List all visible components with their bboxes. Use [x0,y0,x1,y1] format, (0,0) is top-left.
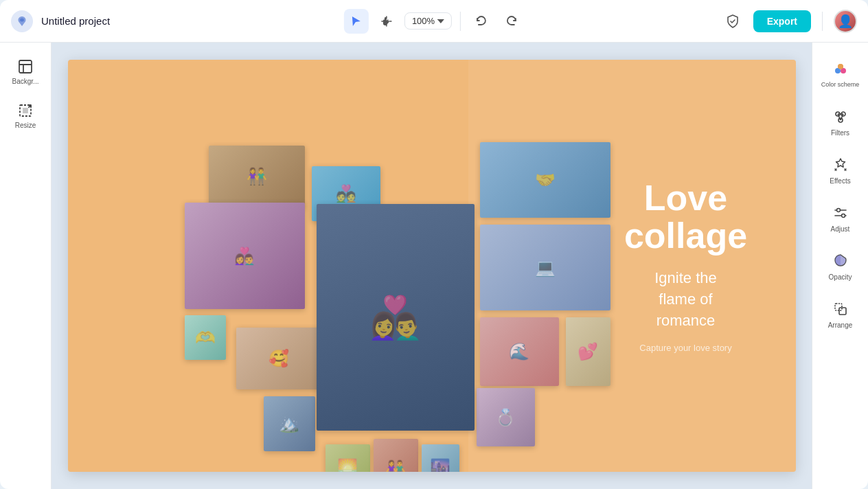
right-sidebar-label-arrange: Arrange [828,321,853,329]
canvas-title: Love collage [617,179,755,254]
svg-rect-1 [19,60,32,73]
photo-10[interactable]: 🏔️ [264,396,315,451]
photo-7[interactable]: 👩‍❤️‍👨 [185,203,305,309]
zoom-value: 100% [412,16,435,26]
topbar-right: Export 👤 [720,9,857,34]
right-sidebar-label-filters: Filters [831,129,849,137]
canvas-text: Love collage Ignite the flame of romance… [617,179,755,353]
sidebar-item-arrange[interactable]: Arrange [817,291,864,338]
svg-point-16 [841,214,845,218]
adjust-icon [832,204,849,222]
svg-point-6 [838,64,843,69]
divider [460,12,461,31]
resize-icon [17,102,34,119]
divider2 [822,12,823,31]
sidebar-item-color-scheme[interactable]: Color scheme [817,51,864,98]
shield-button[interactable] [720,9,745,34]
main-layout: Backgr... Resize 👫 💑 🤝 [0,43,868,489]
photo-8[interactable]: 🫶 [185,315,226,360]
background-icon [17,58,34,75]
sidebar-item-adjust[interactable]: Adjust [817,195,864,242]
photo-11[interactable]: 🌅 [326,444,370,472]
photo-4[interactable]: 💻 [480,225,610,310]
opacity-icon [832,252,849,270]
select-tool-button[interactable] [344,9,369,34]
photo-5[interactable]: 🌊 [480,317,559,386]
svg-rect-17 [835,304,842,310]
color-scheme-icon [832,60,849,78]
right-sidebar: Color scheme Filters Effects [812,43,868,489]
undo-button[interactable] [469,9,494,34]
photo-13[interactable]: 🌆 [422,444,459,472]
topbar-center-controls: 100% [344,9,524,34]
sidebar-item-label-background: Backgr... [12,78,39,85]
redo-button[interactable] [499,9,524,34]
left-sidebar: Backgr... Resize [0,43,52,489]
pan-tool-button[interactable] [374,9,399,34]
sidebar-item-background[interactable]: Backgr... [5,51,46,92]
svg-point-0 [20,18,24,21]
canvas-area: 👫 💑 🤝 💻 🌊 💕 👩‍❤️‍👨 🫶 [52,43,812,489]
project-title[interactable]: Untitled project [41,15,110,27]
right-sidebar-label-effects: Effects [830,177,850,185]
right-sidebar-label-opacity: Opacity [829,273,852,281]
photo-12[interactable]: 👫 [374,439,418,472]
photo-3[interactable]: 🤝 [480,142,610,218]
sidebar-item-resize[interactable]: Resize [5,95,46,136]
photo-9[interactable]: 🥰 [236,328,322,389]
zoom-control[interactable]: 100% [404,12,452,30]
photo-14[interactable]: 💍 [477,388,535,446]
sidebar-item-label-resize: Resize [15,122,36,129]
sidebar-item-effects[interactable]: Effects [817,147,864,194]
filters-icon [832,108,849,126]
effects-icon [832,156,849,174]
app-logo [11,10,33,32]
photo-1[interactable]: 👫 [209,146,305,207]
topbar: Untitled project 100% [0,0,868,43]
right-sidebar-label-color: Color scheme [821,81,860,89]
user-avatar[interactable]: 👤 [834,10,857,33]
right-sidebar-label-adjust: Adjust [831,225,850,233]
svg-rect-18 [839,308,846,315]
photo-main[interactable]: 👩‍❤️‍👨 [317,204,475,431]
sidebar-item-filters[interactable]: Filters [817,99,864,146]
svg-point-15 [836,209,840,212]
canvas[interactable]: 👫 💑 🤝 💻 🌊 💕 👩‍❤️‍👨 🫶 [68,60,796,472]
export-button[interactable]: Export [753,10,811,32]
arrange-icon [832,300,849,318]
photo-6[interactable]: 💕 [566,317,610,386]
canvas-subtitle: Ignite the flame of romance [617,268,755,331]
canvas-caption: Capture your love story [617,342,755,352]
sidebar-item-opacity[interactable]: Opacity [817,243,864,290]
